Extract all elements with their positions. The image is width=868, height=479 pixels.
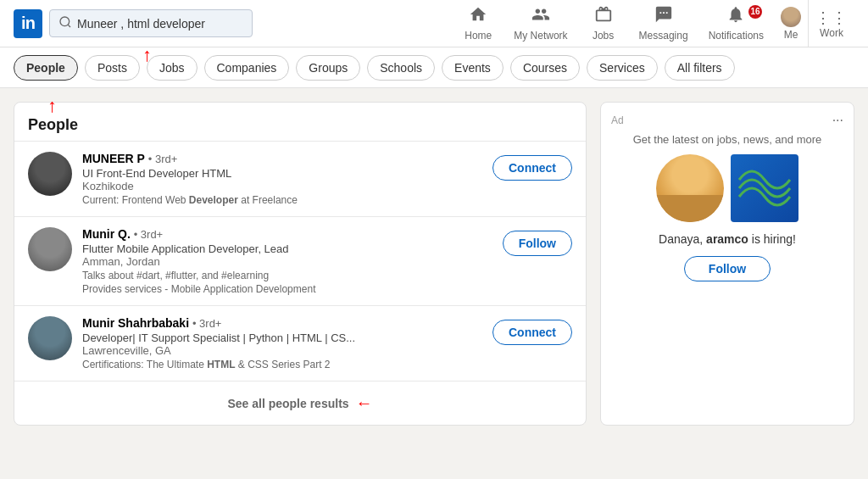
ad-panel: Ad ··· Get the latest on jobs, news, and… [600, 102, 854, 426]
ad-subtitle: Get the latest on jobs, news, and more [611, 133, 843, 146]
hiring-post: is hiring! [748, 232, 796, 246]
nav-label-work: Work [820, 27, 843, 39]
search-arrow: ↑ [142, 44, 152, 66]
ad-more-icon[interactable]: ··· [832, 113, 843, 128]
see-all-arrow: ← [356, 393, 373, 413]
tab-people[interactable]: People [14, 55, 78, 81]
person-action-munir-s: Connect [492, 320, 572, 345]
home-icon [469, 5, 487, 28]
tab-events[interactable]: Events [442, 55, 504, 81]
search-input[interactable] [77, 17, 243, 31]
grid-icon: ⋮⋮ [815, 8, 848, 27]
tab-schools[interactable]: Schools [367, 55, 435, 81]
search-icon [58, 15, 72, 31]
person-info-munir-q: Munir Q. • 3rd+ Flutter Mobile Applicati… [82, 227, 492, 295]
svg-point-0 [60, 17, 70, 26]
person-action-munir-q: Follow [503, 231, 572, 256]
nav-item-messaging[interactable]: Messaging [629, 0, 698, 47]
nav-label-jobs: Jobs [593, 30, 614, 42]
nav-label-messaging: Messaging [639, 30, 688, 42]
nav-item-work[interactable]: ⋮⋮ Work [808, 0, 854, 47]
tab-posts[interactable]: Posts [85, 55, 140, 81]
connect-button-muneer-p[interactable]: Connect [492, 155, 572, 181]
tab-jobs[interactable]: Jobs [147, 55, 198, 81]
person-name: Munir Q. • 3rd+ [82, 227, 492, 241]
name-text: Munir Shahrbabaki [82, 316, 189, 330]
person-row: Munir Q. • 3rd+ Flutter Mobile Applicati… [14, 216, 586, 305]
ad-header: Ad ··· [611, 113, 843, 128]
ad-hiring-text: Danaya, aramco is hiring! [611, 232, 843, 246]
hiring-company: aramco [706, 232, 748, 246]
notifications-badge: 16 [748, 5, 762, 19]
tab-courses[interactable]: Courses [510, 55, 580, 81]
person-location: Amman, Jordan [82, 255, 492, 268]
linkedin-logo: in [14, 9, 42, 38]
nav-item-me[interactable]: Me [774, 0, 808, 47]
nav-label-notifications: Notifications [709, 30, 764, 42]
person-action-muneer-p: Connect [492, 155, 572, 181]
ad-person-image [656, 154, 724, 222]
avatar-munir-s [28, 316, 72, 360]
nav-items: Home My Network Jobs Messaging 16 Noti [453, 0, 854, 47]
top-nav: in ↑ Home My Network Jobs [0, 0, 868, 47]
name-text: MUNEER P [82, 152, 145, 165]
main-content: People MUNEER P • 3rd+ UI Front-End Deve… [0, 88, 868, 439]
person-name: MUNEER P • 3rd+ [82, 152, 482, 165]
filter-tabs: People Posts Jobs Companies Groups Schoo… [0, 47, 868, 88]
svg-line-1 [68, 25, 70, 27]
person-title: UI Front-End Developer HTML [82, 167, 482, 180]
name-text: Munir Q. [82, 227, 131, 241]
nav-label-network: My Network [514, 30, 567, 42]
tab-all-filters[interactable]: All filters [665, 55, 735, 81]
nav-label-me: Me [784, 29, 798, 41]
tab-services[interactable]: Services [587, 55, 658, 81]
person-name: Munir Shahrbabaki • 3rd+ [82, 316, 482, 330]
nav-item-jobs[interactable]: Jobs [578, 0, 629, 47]
people-tab-arrow: ↑ [47, 95, 57, 117]
search-box [49, 9, 253, 37]
degree-text: • 3rd+ [192, 317, 222, 330]
person-title: Developer| IT Support Specialist | Pytho… [82, 331, 482, 344]
see-all-people[interactable]: See all people results ← [14, 381, 586, 425]
ad-images [611, 154, 843, 222]
person-info-munir-s: Munir Shahrbabaki • 3rd+ Developer| IT S… [82, 316, 482, 370]
connect-button-munir-s[interactable]: Connect [492, 320, 572, 345]
person-note2: Provides services - Mobile Application D… [82, 283, 492, 295]
nav-label-home: Home [465, 30, 492, 42]
people-panel-title: People [14, 103, 586, 141]
degree-text: • 3rd+ [134, 228, 164, 241]
messaging-icon [654, 5, 673, 28]
person-location: Kozhikode [82, 180, 482, 192]
person-location: Lawrenceville, GA [82, 344, 482, 357]
ad-company-image [731, 154, 798, 222]
tab-companies[interactable]: Companies [204, 55, 290, 81]
avatar-munir-q [28, 227, 72, 271]
people-panel: People MUNEER P • 3rd+ UI Front-End Deve… [14, 102, 587, 426]
degree-text: • 3rd+ [148, 153, 178, 165]
person-row: MUNEER P • 3rd+ UI Front-End Developer H… [14, 141, 586, 216]
tab-groups[interactable]: Groups [296, 55, 360, 81]
follow-button-ad[interactable]: Follow [684, 256, 771, 281]
nav-item-network[interactable]: My Network [504, 0, 577, 47]
person-note: Certifications: The Ultimate HTML & CSS … [82, 359, 482, 370]
person-row: Munir Shahrbabaki • 3rd+ Developer| IT S… [14, 305, 586, 381]
hiring-pre: Danaya, [659, 232, 706, 246]
person-note1: Talks about #dart, #flutter, and #elearn… [82, 270, 492, 281]
ad-label: Ad [611, 114, 624, 126]
nav-item-home[interactable]: Home [453, 0, 504, 47]
avatar [781, 7, 801, 27]
notifications-icon [726, 5, 745, 28]
see-all-label: See all people results [227, 397, 348, 410]
follow-button-munir-q[interactable]: Follow [503, 231, 572, 256]
person-info-muneer-p: MUNEER P • 3rd+ UI Front-End Developer H… [82, 152, 482, 206]
person-title: Flutter Mobile Application Developer, Le… [82, 242, 492, 255]
network-icon [531, 5, 550, 28]
jobs-icon [594, 5, 613, 28]
person-note: Current: Frontend Web Developer at Freel… [82, 194, 482, 206]
nav-item-notifications[interactable]: 16 Notifications [698, 0, 774, 47]
avatar-muneer-p [28, 152, 72, 196]
